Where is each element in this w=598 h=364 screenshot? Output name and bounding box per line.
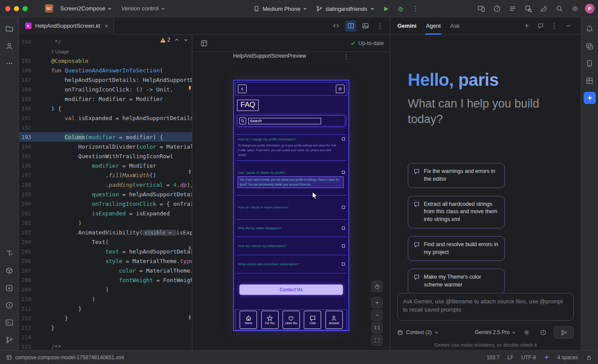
branch-selector[interactable]: datingandfriends: [313, 3, 377, 14]
more-run-options-button[interactable]: ⋮: [410, 3, 421, 14]
version-control-tool-button[interactable]: [3, 334, 16, 346]
code-line[interactable]: 199question = helpAndSupportDetai: [19, 189, 192, 199]
error-stripe-warning-mark[interactable]: [189, 86, 191, 90]
suggestion-card[interactable]: Extract all hardcoded strings from this …: [408, 196, 505, 228]
code-line[interactable]: 186fun QuestionAndAnswerInfoSection(: [19, 65, 192, 75]
faq-expand-icon[interactable]: [342, 206, 345, 209]
terminal-tool-button[interactable]: [3, 316, 16, 328]
code-line[interactable]: 188onTrailingIconClick: () -> Unit,: [19, 84, 192, 94]
running-devices-button[interactable]: [476, 3, 487, 14]
todo-button[interactable]: [507, 3, 518, 14]
tab-helpandsupportscreen[interactable]: K HelpAndSupportScreen.kt ×: [19, 17, 114, 35]
device-mirroring-button[interactable]: [584, 40, 596, 52]
file-encoding[interactable]: UTF-8: [521, 354, 536, 361]
nav-item-account[interactable]: Account: [325, 311, 343, 329]
code-line[interactable]: 201isExpanded = isExpanded: [19, 208, 192, 218]
code-line[interactable]: 192: [19, 123, 192, 132]
code-line[interactable]: 213}: [19, 323, 192, 332]
code-line[interactable]: 1 Usage: [19, 46, 192, 56]
resource-manager-button[interactable]: [3, 247, 16, 259]
error-stripe-mark[interactable]: [189, 315, 191, 319]
chat-history-button[interactable]: [535, 20, 546, 32]
zoom-actual-size-button[interactable]: 1:1: [371, 322, 383, 333]
faq-item[interactable]: How do I change my profile information?T…: [236, 135, 346, 161]
device-selector[interactable]: Medium Phone: [250, 3, 310, 14]
zoom-in-button[interactable]: [371, 297, 383, 308]
phone-settings-button[interactable]: [336, 84, 344, 93]
commit-tool-button[interactable]: [3, 40, 16, 52]
preview-options-button[interactable]: ⋮: [341, 51, 352, 62]
code-line[interactable]: 190) {: [19, 104, 192, 113]
next-problem-button[interactable]: [183, 37, 188, 42]
code-line[interactable]: 189modifier: Modifier = Modifier: [19, 94, 192, 104]
project-tool-button[interactable]: [3, 23, 16, 35]
indent-setting[interactable]: 4 spaces: [557, 354, 578, 361]
usages-inlay-hint[interactable]: 1 Usage: [51, 49, 69, 54]
code-line[interactable]: 194HorizontalDivider(color = Material: [19, 142, 192, 151]
code-line[interactable]: 197.fillMaxWidth(): [19, 170, 192, 180]
version-control-menu[interactable]: Version control: [119, 3, 168, 13]
caret-position[interactable]: 193:7: [487, 354, 500, 361]
code-line[interactable]: 212}: [19, 313, 192, 323]
new-chat-button[interactable]: [521, 20, 532, 32]
problems-tool-button[interactable]: [3, 299, 16, 311]
code-line[interactable]: 205text = helpAndSupportDetai: [19, 247, 192, 256]
run-button[interactable]: [380, 3, 392, 14]
editor-options-button[interactable]: ⋮: [374, 20, 386, 32]
previous-problem-button[interactable]: [174, 37, 179, 42]
code-line[interactable]: 202): [19, 218, 192, 228]
packages-tool-button[interactable]: [3, 264, 16, 276]
status-file-name[interactable]: compose-compose-model-1758748140651.xml: [15, 354, 124, 361]
tab-ask[interactable]: Ask: [450, 17, 460, 35]
code-line[interactable]: 215/**: [19, 342, 192, 350]
contact-us-button[interactable]: Contact Us: [239, 284, 343, 295]
faq-expand-icon[interactable]: [342, 137, 345, 140]
code-line[interactable]: 208fontWeight = FontWeigh: [19, 275, 192, 285]
layout-inspector-button[interactable]: [584, 75, 596, 87]
settings-button[interactable]: [569, 3, 581, 14]
preview-name-label[interactable]: HelpAndSupportScreenPreview: [233, 53, 306, 59]
code-line[interactable]: 195QuestionWithTrailingIconRow(: [19, 151, 192, 161]
code-view-button[interactable]: [330, 20, 341, 32]
warnings-indicator[interactable]: 2: [160, 37, 170, 43]
code-line[interactable]: 187helpAndSupportDetails: HelpAndSupport…: [19, 75, 192, 84]
code-line[interactable]: 196modifier = Modifier: [19, 161, 192, 170]
code-line[interactable]: 211}: [19, 304, 192, 313]
nav-item-chat[interactable]: Chat: [304, 311, 321, 329]
code-line[interactable]: 206style = MaterialTheme.typography: [19, 256, 192, 266]
model-selector[interactable]: Gemini 2.5 Pro: [475, 329, 516, 335]
minimize-window-button[interactable]: [14, 6, 19, 11]
faq-expand-icon[interactable]: [342, 171, 345, 174]
faq-item[interactable]: Why did my match disappear?: [236, 220, 346, 237]
tab-agent[interactable]: Agent: [426, 17, 441, 35]
code-line[interactable]: 207color = MaterialTheme.: [19, 266, 192, 275]
gemini-settings-button[interactable]: [521, 327, 532, 338]
nav-item-for-you[interactable]: For You: [261, 311, 279, 329]
suggestion-card[interactable]: Fix the warnings and errors in the edito…: [408, 163, 505, 188]
app-inspection-button[interactable]: [523, 3, 534, 14]
project-selector[interactable]: Screen2Compose: [58, 3, 114, 13]
code-line[interactable]: 200onTrailingIconClick = { onTrai: [19, 199, 192, 208]
profiler-button[interactable]: [491, 3, 503, 14]
error-stripe-mark[interactable]: [189, 170, 191, 174]
code-line[interactable]: 210): [19, 294, 192, 304]
search-everywhere-button[interactable]: [554, 3, 565, 14]
context-selector[interactable]: Context (2): [397, 329, 439, 335]
code-line[interactable]: 204Text(: [19, 237, 192, 247]
faq-item[interactable]: How do I block or report someone?: [236, 195, 346, 220]
gemini-tool-button[interactable]: [584, 92, 596, 104]
faq-expand-icon[interactable]: [342, 263, 345, 266]
design-view-button[interactable]: [360, 20, 371, 32]
fullscreen-window-button[interactable]: [23, 6, 28, 11]
code-line[interactable]: 185@Composable: [19, 56, 192, 65]
zoom-to-fit-button[interactable]: [371, 335, 383, 346]
ai-spark-icon[interactable]: [544, 354, 549, 360]
close-window-button[interactable]: [5, 6, 10, 11]
error-stripe-mark[interactable]: [189, 246, 191, 250]
preview-layout-button[interactable]: [198, 38, 210, 49]
pan-tool-button[interactable]: [371, 281, 383, 292]
code-line[interactable]: 193Column(modifier = modifier) {: [19, 132, 192, 142]
nav-item-home[interactable]: Home: [240, 311, 257, 329]
zoom-out-button[interactable]: [371, 309, 383, 321]
more-tool-windows-button[interactable]: [3, 57, 16, 69]
